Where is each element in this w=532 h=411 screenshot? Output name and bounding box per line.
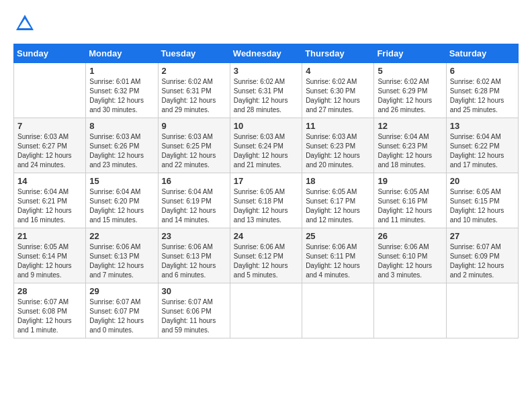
day-number: 11 (306, 121, 370, 131)
day-info: Sunrise: 6:06 AMSunset: 6:10 PMDaylight:… (378, 242, 442, 280)
calendar-cell (302, 283, 374, 338)
calendar-cell (446, 283, 518, 338)
calendar-cell: 5Sunrise: 6:02 AMSunset: 6:29 PMDaylight… (374, 63, 446, 118)
day-header-thursday: Thursday (302, 44, 374, 63)
calendar-cell: 22Sunrise: 6:06 AMSunset: 6:13 PMDayligh… (86, 228, 158, 283)
day-info: Sunrise: 6:07 AMSunset: 6:06 PMDaylight:… (162, 298, 226, 335)
day-number: 23 (162, 231, 226, 241)
day-number: 1 (89, 66, 154, 76)
calendar-table: SundayMondayTuesdayWednesdayThursdayFrid… (13, 44, 519, 338)
calendar-header-row: SundayMondayTuesdayWednesdayThursdayFrid… (14, 44, 519, 63)
calendar-cell: 1Sunrise: 6:01 AMSunset: 6:32 PMDaylight… (86, 63, 158, 118)
day-number: 19 (378, 176, 442, 186)
calendar-cell: 26Sunrise: 6:06 AMSunset: 6:10 PMDayligh… (374, 228, 446, 283)
day-header-monday: Monday (86, 44, 158, 63)
day-info: Sunrise: 6:03 AMSunset: 6:24 PMDaylight:… (234, 132, 298, 170)
calendar-cell: 18Sunrise: 6:05 AMSunset: 6:17 PMDayligh… (302, 173, 374, 228)
page-header (13, 13, 519, 37)
day-number: 21 (17, 231, 82, 241)
day-number: 22 (89, 231, 154, 241)
day-number: 9 (162, 121, 226, 131)
day-number: 3 (234, 66, 298, 76)
calendar-cell: 4Sunrise: 6:02 AMSunset: 6:30 PMDaylight… (302, 63, 374, 118)
day-info: Sunrise: 6:05 AMSunset: 6:15 PMDaylight:… (450, 187, 515, 225)
calendar-cell: 24Sunrise: 6:06 AMSunset: 6:12 PMDayligh… (230, 228, 302, 283)
calendar-cell (230, 283, 302, 338)
day-info: Sunrise: 6:06 AMSunset: 6:13 PMDaylight:… (89, 242, 154, 280)
day-info: Sunrise: 6:01 AMSunset: 6:32 PMDaylight:… (89, 77, 154, 115)
day-info: Sunrise: 6:07 AMSunset: 6:08 PMDaylight:… (17, 298, 82, 335)
day-header-wednesday: Wednesday (230, 44, 302, 63)
day-number: 6 (450, 66, 515, 76)
calendar-cell (14, 63, 86, 118)
day-number: 30 (162, 286, 226, 296)
day-info: Sunrise: 6:05 AMSunset: 6:18 PMDaylight:… (234, 187, 298, 225)
day-info: Sunrise: 6:04 AMSunset: 6:19 PMDaylight:… (162, 187, 226, 225)
calendar-week-3: 14Sunrise: 6:04 AMSunset: 6:21 PMDayligh… (14, 173, 519, 228)
calendar-cell: 13Sunrise: 6:04 AMSunset: 6:22 PMDayligh… (446, 118, 518, 173)
calendar-week-1: 1Sunrise: 6:01 AMSunset: 6:32 PMDaylight… (14, 63, 519, 118)
day-number: 8 (89, 121, 154, 131)
calendar-cell: 16Sunrise: 6:04 AMSunset: 6:19 PMDayligh… (158, 173, 230, 228)
day-number: 10 (234, 121, 298, 131)
calendar-cell: 23Sunrise: 6:06 AMSunset: 6:13 PMDayligh… (158, 228, 230, 283)
day-info: Sunrise: 6:03 AMSunset: 6:23 PMDaylight:… (306, 132, 370, 170)
calendar-cell: 21Sunrise: 6:05 AMSunset: 6:14 PMDayligh… (14, 228, 86, 283)
day-number: 4 (306, 66, 370, 76)
day-info: Sunrise: 6:02 AMSunset: 6:28 PMDaylight:… (450, 77, 515, 115)
logo-text (13, 13, 35, 37)
calendar-cell: 12Sunrise: 6:04 AMSunset: 6:23 PMDayligh… (374, 118, 446, 173)
day-header-tuesday: Tuesday (158, 44, 230, 63)
calendar-cell: 30Sunrise: 6:07 AMSunset: 6:06 PMDayligh… (158, 283, 230, 338)
calendar-cell: 9Sunrise: 6:03 AMSunset: 6:25 PMDaylight… (158, 118, 230, 173)
day-info: Sunrise: 6:05 AMSunset: 6:14 PMDaylight:… (17, 242, 82, 280)
logo (13, 13, 35, 37)
logo-icon (15, 13, 35, 34)
calendar-cell: 27Sunrise: 6:07 AMSunset: 6:09 PMDayligh… (446, 228, 518, 283)
day-number: 13 (450, 121, 515, 131)
day-info: Sunrise: 6:03 AMSunset: 6:25 PMDaylight:… (162, 132, 226, 170)
calendar-week-4: 21Sunrise: 6:05 AMSunset: 6:14 PMDayligh… (14, 228, 519, 283)
day-number: 15 (89, 176, 154, 186)
calendar-cell: 28Sunrise: 6:07 AMSunset: 6:08 PMDayligh… (14, 283, 86, 338)
calendar-cell: 15Sunrise: 6:04 AMSunset: 6:20 PMDayligh… (86, 173, 158, 228)
day-info: Sunrise: 6:04 AMSunset: 6:20 PMDaylight:… (89, 187, 154, 225)
day-info: Sunrise: 6:02 AMSunset: 6:29 PMDaylight:… (378, 77, 442, 115)
day-header-saturday: Saturday (446, 44, 518, 63)
calendar-week-2: 7Sunrise: 6:03 AMSunset: 6:27 PMDaylight… (14, 118, 519, 173)
day-number: 17 (234, 176, 298, 186)
calendar-week-5: 28Sunrise: 6:07 AMSunset: 6:08 PMDayligh… (14, 283, 519, 338)
day-number: 26 (378, 231, 442, 241)
day-number: 16 (162, 176, 226, 186)
calendar-cell: 8Sunrise: 6:03 AMSunset: 6:26 PMDaylight… (86, 118, 158, 173)
day-header-friday: Friday (374, 44, 446, 63)
calendar-cell: 6Sunrise: 6:02 AMSunset: 6:28 PMDaylight… (446, 63, 518, 118)
calendar-cell: 17Sunrise: 6:05 AMSunset: 6:18 PMDayligh… (230, 173, 302, 228)
calendar-cell: 7Sunrise: 6:03 AMSunset: 6:27 PMDaylight… (14, 118, 86, 173)
day-header-sunday: Sunday (14, 44, 86, 63)
day-info: Sunrise: 6:02 AMSunset: 6:30 PMDaylight:… (306, 77, 370, 115)
calendar-cell: 20Sunrise: 6:05 AMSunset: 6:15 PMDayligh… (446, 173, 518, 228)
day-info: Sunrise: 6:04 AMSunset: 6:21 PMDaylight:… (17, 187, 82, 225)
day-info: Sunrise: 6:06 AMSunset: 6:13 PMDaylight:… (162, 242, 226, 280)
day-info: Sunrise: 6:07 AMSunset: 6:09 PMDaylight:… (450, 242, 515, 280)
calendar-cell: 10Sunrise: 6:03 AMSunset: 6:24 PMDayligh… (230, 118, 302, 173)
day-number: 18 (306, 176, 370, 186)
day-number: 2 (162, 66, 226, 76)
day-number: 29 (89, 286, 154, 296)
day-info: Sunrise: 6:02 AMSunset: 6:31 PMDaylight:… (234, 77, 298, 115)
calendar-cell: 25Sunrise: 6:06 AMSunset: 6:11 PMDayligh… (302, 228, 374, 283)
calendar-cell: 14Sunrise: 6:04 AMSunset: 6:21 PMDayligh… (14, 173, 86, 228)
calendar-cell: 3Sunrise: 6:02 AMSunset: 6:31 PMDaylight… (230, 63, 302, 118)
day-number: 12 (378, 121, 442, 131)
day-number: 5 (378, 66, 442, 76)
day-number: 25 (306, 231, 370, 241)
day-info: Sunrise: 6:06 AMSunset: 6:12 PMDaylight:… (234, 242, 298, 280)
calendar-cell: 29Sunrise: 6:07 AMSunset: 6:07 PMDayligh… (86, 283, 158, 338)
calendar-cell: 19Sunrise: 6:05 AMSunset: 6:16 PMDayligh… (374, 173, 446, 228)
day-number: 7 (17, 121, 82, 131)
day-info: Sunrise: 6:04 AMSunset: 6:23 PMDaylight:… (378, 132, 442, 170)
day-info: Sunrise: 6:06 AMSunset: 6:11 PMDaylight:… (306, 242, 370, 280)
calendar-cell: 2Sunrise: 6:02 AMSunset: 6:31 PMDaylight… (158, 63, 230, 118)
day-info: Sunrise: 6:02 AMSunset: 6:31 PMDaylight:… (162, 77, 226, 115)
